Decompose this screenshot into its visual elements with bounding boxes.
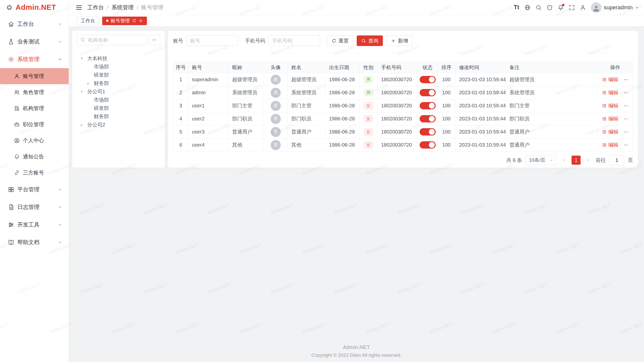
sidebar-item-label: 通知公告 [23, 153, 44, 160]
tree-node[interactable]: ▾大名科技 [77, 54, 160, 63]
sidebar-item-workbench[interactable]: 工作台 [0, 15, 69, 33]
tree-node[interactable]: 财务部 [77, 112, 160, 121]
status-toggle[interactable] [420, 115, 436, 122]
phone-input[interactable] [268, 35, 320, 46]
globe-button[interactable] [522, 2, 533, 13]
sidebar-item-position-management[interactable]: 职位管理 [0, 116, 69, 132]
next-page-button[interactable] [584, 156, 592, 165]
tree-node[interactable]: ▾分公司1 [77, 87, 160, 96]
row-more-button[interactable] [623, 77, 628, 82]
cell-modified-time: 2023-01-03 10:59:44 [456, 99, 506, 112]
add-button[interactable]: 新增 [386, 35, 413, 46]
row-more-button[interactable] [623, 129, 628, 134]
user-menu[interactable]: superadmin [591, 2, 639, 13]
user-icon [14, 73, 20, 79]
tree-node-label: 市场部 [94, 63, 109, 70]
page-size-select[interactable]: 10条/页 [526, 155, 556, 165]
cell-modified-time: 2023-01-03 10:59:44 [456, 112, 506, 125]
edit-button[interactable]: 编辑 [602, 76, 618, 83]
refresh-icon[interactable] [132, 19, 136, 23]
caret-down-icon[interactable]: ▾ [81, 56, 87, 61]
prev-page-button[interactable] [560, 156, 568, 165]
row-more-button[interactable] [623, 143, 628, 148]
edit-button[interactable]: 编辑 [602, 89, 618, 96]
sidebar-item-log-management[interactable]: 日志管理 [0, 198, 69, 216]
tree-node[interactable]: ▸分公司2 [77, 121, 160, 129]
globe-icon [524, 4, 531, 11]
tree-node[interactable]: 市场部 [77, 96, 160, 104]
cell-sort: 100 [437, 139, 456, 152]
cell-nickname: 系统管理员 [229, 86, 264, 99]
sidebar-item-help-docs[interactable]: 帮助文档 [0, 234, 69, 251]
sidebar-item-label: 个人中心 [23, 137, 44, 144]
cell-nickname: 部门主管 [229, 99, 264, 112]
tree-node[interactable]: 市场部 [77, 63, 160, 71]
fullscreen-button[interactable] [566, 2, 577, 13]
cell-name: 超级管理员 [288, 73, 326, 86]
reset-button[interactable]: 重置 [327, 35, 353, 46]
sidebar-item-account-management[interactable]: 账号管理 [0, 68, 69, 84]
breadcrumb-item[interactable]: 工作台 [87, 4, 104, 11]
sidebar-item-third-party-account[interactable]: 三方账号 [0, 165, 69, 181]
goto-page-input[interactable] [610, 155, 624, 165]
user-button[interactable] [577, 2, 588, 13]
edit-button[interactable]: 编辑 [602, 128, 618, 135]
tab-workbench[interactable]: 工作台 [77, 17, 99, 25]
status-toggle[interactable] [420, 141, 436, 149]
account-label: 账号 [173, 37, 183, 44]
sidebar-item-role-management[interactable]: 角色管理 [0, 84, 69, 100]
close-icon[interactable] [139, 19, 143, 23]
status-toggle[interactable] [420, 102, 436, 109]
sidebar-item-dev-tools[interactable]: 开发工具 [0, 216, 69, 234]
font-size-button[interactable]: Tt [511, 2, 522, 13]
link-icon [14, 170, 20, 176]
tree-node[interactable]: 研发部 [77, 104, 160, 112]
row-more-button[interactable] [623, 90, 628, 95]
edit-button[interactable]: 编辑 [602, 142, 618, 148]
navbar: 工作台 / 系统管理 / 账号管理 Tt superadmin [69, 0, 644, 15]
row-more-button[interactable] [623, 116, 628, 121]
row-avatar: 普 [271, 127, 281, 137]
tab-account-management[interactable]: 账号管理 [102, 17, 147, 25]
account-input[interactable] [186, 35, 238, 46]
search-icon [535, 4, 542, 11]
current-page[interactable]: 1 [572, 156, 581, 165]
sidebar-item-business-test[interactable]: 业务测试 [0, 33, 69, 51]
team-icon [14, 89, 20, 95]
edit-button[interactable]: 编辑 [602, 102, 618, 109]
notifications-button[interactable] [555, 2, 566, 13]
search-submit-button[interactable]: 查询 [357, 35, 383, 46]
app-logo[interactable]: Admin.NET [0, 0, 69, 15]
status-toggle[interactable] [420, 128, 436, 135]
logo-text: Admin.NET [16, 3, 56, 12]
status-toggle[interactable] [420, 76, 436, 83]
more-actions-button[interactable] [149, 35, 160, 45]
breadcrumb-item[interactable]: 系统管理 [111, 4, 134, 11]
tabbar: 工作台 账号管理 [69, 15, 644, 27]
sidebar-item-org-management[interactable]: 机构管理 [0, 100, 69, 116]
active-tab-dot [106, 20, 108, 22]
cell-remark: 普通用户 [506, 139, 598, 152]
cell-birthday: 1986-06-28 [326, 112, 359, 125]
flask-icon [8, 38, 14, 45]
caret-right-icon[interactable]: ▸ [81, 122, 87, 127]
search-button[interactable] [533, 2, 544, 13]
row-more-button[interactable] [623, 103, 628, 108]
column-header: 操作 [598, 62, 633, 73]
cell-phone: 18020030720 [378, 112, 418, 125]
caret-right-icon[interactable]: ▸ [87, 81, 94, 86]
sidebar-item-system-management[interactable]: 系统管理 [0, 51, 69, 68]
sidebar-item-platform-management[interactable]: 平台管理 [0, 181, 69, 198]
hamburger-menu-icon[interactable] [75, 4, 83, 11]
status-toggle[interactable] [420, 89, 436, 96]
tree-node[interactable]: ▸财务部 [77, 79, 160, 87]
sidebar-item-notice[interactable]: 通知公告 [0, 149, 69, 165]
org-name-input[interactable] [77, 35, 146, 45]
theme-button[interactable] [544, 2, 555, 13]
sliders-icon [8, 221, 14, 228]
caret-down-icon[interactable]: ▾ [81, 89, 87, 94]
tree-node[interactable]: 研发部 [77, 71, 160, 79]
edit-button[interactable]: 编辑 [602, 115, 618, 122]
sidebar-item-profile-center[interactable]: 个人中心 [0, 132, 69, 149]
phone-label: 手机号码 [245, 37, 265, 44]
